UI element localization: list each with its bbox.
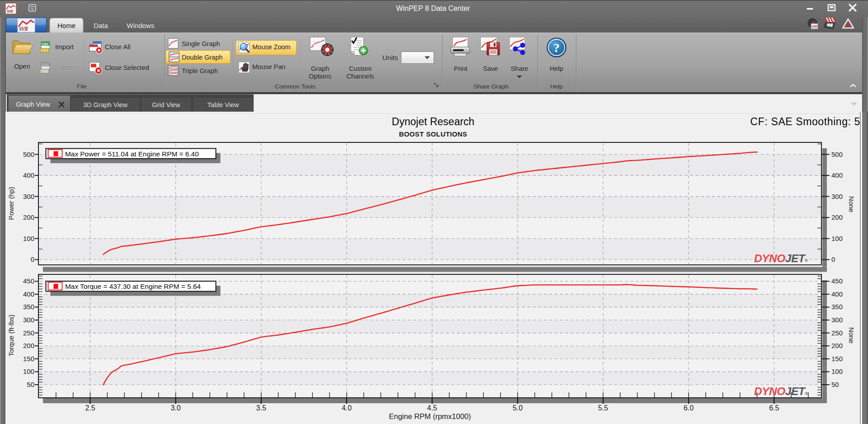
svg-text:?: ? xyxy=(553,41,560,55)
svg-text:400: 400 xyxy=(831,290,843,298)
svg-text:250: 250 xyxy=(23,329,34,337)
svg-text:CSV: CSV xyxy=(42,63,49,66)
svg-text:50: 50 xyxy=(831,381,839,388)
svg-text:200: 200 xyxy=(23,213,34,221)
svg-text:WinPEP 8 Data Center: WinPEP 8 Data Center xyxy=(396,5,470,12)
svg-text:100: 100 xyxy=(831,235,843,242)
svg-text:CSV: CSV xyxy=(42,42,49,46)
svg-text:Print: Print xyxy=(454,65,467,72)
svg-text:Options: Options xyxy=(309,73,331,80)
svg-text:450: 450 xyxy=(831,277,843,285)
svg-text:50: 50 xyxy=(27,381,34,388)
svg-text:Table View: Table View xyxy=(208,101,239,108)
svg-text:Export: Export xyxy=(55,64,74,71)
svg-text:Common Tools: Common Tools xyxy=(275,83,316,90)
svg-text:Help: Help xyxy=(550,83,563,90)
svg-text:500: 500 xyxy=(831,151,843,158)
svg-text:2.5: 2.5 xyxy=(85,404,95,412)
svg-text:350: 350 xyxy=(23,303,34,311)
svg-text:Graph: Graph xyxy=(311,65,329,72)
svg-text:Mouse Zoom: Mouse Zoom xyxy=(252,43,291,51)
svg-text:Import: Import xyxy=(55,43,74,51)
svg-text:450: 450 xyxy=(23,277,34,285)
svg-text:400: 400 xyxy=(23,290,34,298)
svg-text:Single Graph: Single Graph xyxy=(182,40,220,47)
svg-text:300: 300 xyxy=(23,316,34,324)
svg-text:100: 100 xyxy=(23,235,34,242)
svg-text:200: 200 xyxy=(831,342,843,349)
svg-text:Save: Save xyxy=(483,65,498,72)
svg-text:Torque (ft-lbs): Torque (ft-lbs) xyxy=(7,315,15,357)
svg-text:0: 0 xyxy=(31,255,34,263)
svg-text:Double Graph: Double Graph xyxy=(182,54,222,61)
svg-text:Open: Open xyxy=(14,63,30,70)
svg-text:500: 500 xyxy=(23,151,34,158)
svg-text:File: File xyxy=(77,83,87,90)
svg-text:4.5: 4.5 xyxy=(427,404,437,412)
svg-text:CF: SAE Smoothing: 5: CF: SAE Smoothing: 5 xyxy=(750,116,860,127)
svg-text:350: 350 xyxy=(831,303,843,311)
svg-text:Data: Data xyxy=(94,22,108,29)
svg-text:200: 200 xyxy=(831,213,843,221)
svg-text:100: 100 xyxy=(23,367,34,375)
svg-text:Channels: Channels xyxy=(346,73,374,80)
svg-text:Graph View: Graph View xyxy=(16,101,50,108)
svg-text:4.0: 4.0 xyxy=(342,404,352,412)
svg-text:Home: Home xyxy=(57,22,75,29)
svg-text:None: None xyxy=(848,327,855,344)
svg-text:Windows: Windows xyxy=(127,22,155,29)
svg-text:5.5: 5.5 xyxy=(598,404,608,412)
svg-text:3.0: 3.0 xyxy=(170,404,180,412)
svg-text:5.0: 5.0 xyxy=(513,404,523,412)
svg-text:Mouse Pan: Mouse Pan xyxy=(252,63,285,71)
svg-text:300: 300 xyxy=(23,193,34,200)
svg-text:None: None xyxy=(848,196,855,212)
svg-text:Engine RPM (rpmx1000): Engine RPM (rpmx1000) xyxy=(389,412,471,420)
svg-text:150: 150 xyxy=(23,355,34,363)
svg-text:Close Selected: Close Selected xyxy=(105,64,149,71)
svg-text:Power (hp): Power (hp) xyxy=(7,187,15,220)
svg-text:Share: Share xyxy=(511,65,528,72)
svg-text:DYNOJET®: DYNOJET® xyxy=(754,252,808,264)
svg-text:BOOST SOLUTIONS: BOOST SOLUTIONS xyxy=(399,130,467,138)
svg-text:3D Graph View: 3D Graph View xyxy=(83,101,128,108)
svg-text:400: 400 xyxy=(831,171,843,179)
svg-text:Custom: Custom xyxy=(349,65,372,72)
svg-text:DYNOJET®: DYNOJET® xyxy=(754,385,808,397)
svg-text:300: 300 xyxy=(831,316,843,324)
svg-text:Close All: Close All xyxy=(105,43,130,51)
svg-text:W8: W8 xyxy=(19,25,28,32)
svg-text:Share Graph: Share Graph xyxy=(473,83,508,90)
svg-text:6.5: 6.5 xyxy=(769,404,779,412)
svg-text:6.0: 6.0 xyxy=(684,404,693,412)
svg-text:300: 300 xyxy=(831,193,843,200)
svg-text:100: 100 xyxy=(831,367,843,375)
svg-text:W8: W8 xyxy=(7,9,13,14)
svg-text:Grid View: Grid View xyxy=(152,101,180,108)
svg-text:W8: W8 xyxy=(812,24,818,28)
svg-text:Max Power = 511.04 at Engine R: Max Power = 511.04 at Engine RPM = 6.40 xyxy=(65,150,199,158)
svg-text:Dynojet Research: Dynojet Research xyxy=(392,116,475,127)
svg-text:0: 0 xyxy=(831,255,835,263)
svg-text:Max Torque = 437.30 at Engine: Max Torque = 437.30 at Engine RPM = 5.64 xyxy=(65,283,201,290)
svg-text:400: 400 xyxy=(23,171,34,179)
svg-text:Help: Help xyxy=(550,65,563,72)
svg-text:3.5: 3.5 xyxy=(256,404,266,412)
svg-text:200: 200 xyxy=(23,342,34,349)
svg-text:250: 250 xyxy=(831,329,843,337)
svg-text:150: 150 xyxy=(831,355,843,363)
svg-text:Triple Graph: Triple Graph xyxy=(182,67,218,75)
svg-text:Units: Units xyxy=(382,54,398,61)
